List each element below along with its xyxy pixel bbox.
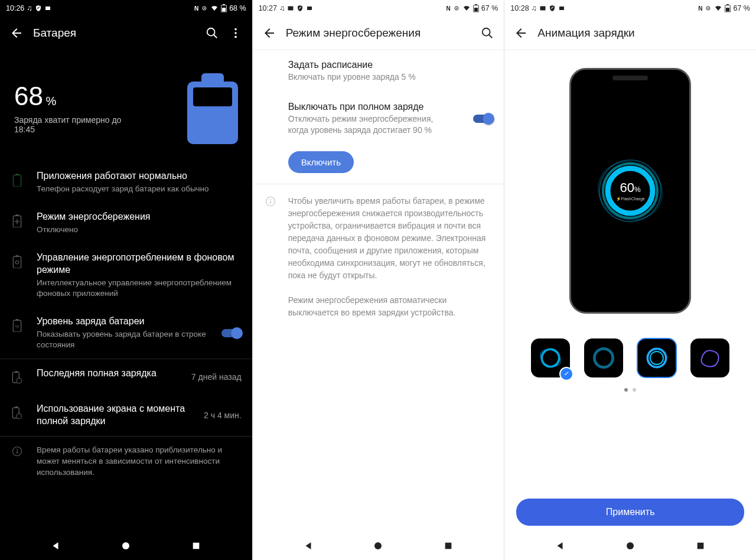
thumb-1[interactable] [531, 338, 570, 377]
svg-point-8 [234, 28, 237, 31]
app-bar: Режим энергосбережения [253, 17, 504, 50]
screen-usage-row[interactable]: Использование экрана с момента полной за… [0, 395, 252, 436]
last-full-charge-row[interactable]: Последняя полная зарядка 7 дней назад [0, 359, 252, 395]
app-bar: Батарея [0, 17, 252, 50]
nav-back[interactable] [294, 532, 323, 560]
battery-clock-icon [8, 369, 26, 386]
page-dots [504, 385, 756, 398]
last-full-charge-value: 7 дней назад [191, 372, 242, 382]
svg-point-17 [15, 261, 19, 264]
status-battery-pct: 67 % [481, 4, 498, 12]
background-power-row[interactable]: Управление энергопотреблением в фоновом … [0, 243, 252, 307]
nav-home[interactable] [615, 532, 645, 560]
info-note: Чтобы увеличить время работы батареи, в … [253, 184, 504, 324]
info-text: Чтобы увеличить время работы батареи, в … [288, 195, 490, 319]
status-time: 10:26 [6, 4, 24, 12]
battery-status-icon [725, 4, 731, 12]
svg-rect-16 [13, 256, 21, 268]
status-bar: 10:26 ♫ N 68 % [0, 0, 252, 17]
nav-bar [0, 532, 252, 560]
svg-rect-46 [540, 6, 545, 11]
battery-plus-icon [8, 212, 26, 230]
nav-back[interactable] [545, 532, 575, 560]
thumb-3[interactable] [637, 338, 676, 377]
back-button[interactable] [5, 21, 28, 45]
card-icon [44, 5, 51, 12]
shield-icon [296, 5, 304, 12]
battery-level-row[interactable]: % Уровень заряда батареиПоказывать урове… [0, 307, 252, 359]
turn-off-full-row[interactable]: Выключать при полном заряде Отключать ре… [253, 92, 504, 145]
battery-percent-icon: % [8, 317, 26, 334]
battery-percent-toggle[interactable] [221, 329, 242, 337]
apps-running-row[interactable]: Приложения работают нормальноТелефон рас… [0, 162, 252, 203]
battery-summary[interactable]: 68 % Заряда хватит примерно до 18:45 [0, 50, 252, 162]
back-button[interactable] [509, 21, 533, 45]
battery-saver-row[interactable]: Режим энергосбереженияОтключено [0, 203, 252, 243]
page-title: Анимация зарядки [537, 27, 751, 40]
svg-rect-43 [270, 201, 271, 204]
power-saving-screen: 10:27 ♫ N 67 % Режим энергосбережения За… [252, 0, 504, 560]
status-bar: 10:28 ♫ N 67 % [504, 0, 756, 17]
svg-point-2 [204, 8, 205, 9]
wifi-icon [714, 5, 722, 12]
battery-screen: 10:26 ♫ N 68 % Батарея 68 % Заряда хвати… [0, 0, 252, 560]
enable-button[interactable]: Включить [288, 151, 354, 173]
nfc-icon: N [194, 5, 198, 12]
svg-point-62 [627, 542, 634, 549]
status-battery-pct: 68 % [229, 4, 246, 12]
svg-point-49 [708, 8, 709, 9]
nav-recent[interactable] [434, 532, 463, 560]
nav-recent[interactable] [686, 532, 715, 560]
thumb-2[interactable] [584, 338, 623, 377]
battery-outline-icon [8, 171, 26, 189]
card-icon [558, 5, 565, 12]
nav-bar [253, 532, 504, 560]
svg-rect-32 [288, 6, 294, 11]
animation-preview: 60% ⚡FlashCharge [504, 50, 756, 321]
status-battery-pct: 67 % [733, 4, 750, 12]
battery-estimate: Заряда хватит примерно до 18:45 [14, 115, 144, 134]
search-button[interactable] [200, 21, 224, 45]
turn-off-full-toggle[interactable] [473, 115, 493, 123]
music-icon: ♫ [279, 4, 285, 12]
svg-point-44 [374, 542, 382, 549]
charging-ring: 60% ⚡FlashCharge [595, 155, 666, 226]
svg-point-28 [17, 449, 18, 450]
nav-back[interactable] [41, 532, 70, 560]
svg-rect-0 [45, 6, 50, 10]
battery-screen-icon [8, 404, 26, 422]
svg-point-23 [17, 378, 22, 383]
svg-line-7 [213, 35, 217, 38]
nav-home[interactable] [111, 532, 141, 560]
svg-point-30 [122, 542, 129, 549]
apply-button[interactable]: Применить [516, 499, 744, 526]
nfc-icon: N [447, 5, 451, 12]
search-button[interactable] [475, 21, 499, 45]
screen-usage-value: 2 ч 4 мин. [204, 411, 242, 420]
status-time: 10:28 [510, 4, 529, 12]
schedule-row[interactable]: Задать расписание Включать при уровне за… [253, 50, 504, 92]
svg-rect-47 [559, 6, 564, 10]
svg-point-10 [234, 36, 237, 38]
music-icon: ♫ [532, 4, 537, 12]
nav-recent[interactable] [181, 532, 211, 560]
battery-status-icon [221, 4, 227, 12]
nav-home[interactable] [363, 532, 393, 560]
nav-bar [504, 532, 756, 560]
svg-rect-29 [17, 451, 18, 454]
thumb-4[interactable] [690, 338, 729, 377]
svg-point-9 [234, 32, 237, 34]
shield-icon [35, 5, 42, 12]
svg-point-6 [207, 28, 214, 36]
content: 60% ⚡FlashCharge Прим [504, 50, 756, 532]
device-mockup: 60% ⚡FlashCharge [569, 68, 691, 314]
back-button[interactable] [258, 21, 281, 45]
svg-point-61 [650, 351, 663, 364]
status-bar: 10:27 ♫ N 67 % [253, 0, 504, 17]
card-icon [306, 5, 313, 12]
charging-animation-screen: 10:28 ♫ N 67 % Анимация зарядки [504, 0, 756, 560]
svg-rect-52 [726, 8, 729, 12]
svg-text:%: % [15, 324, 19, 329]
app-bar: Анимация зарядки [504, 17, 756, 50]
overflow-button[interactable] [224, 21, 247, 45]
